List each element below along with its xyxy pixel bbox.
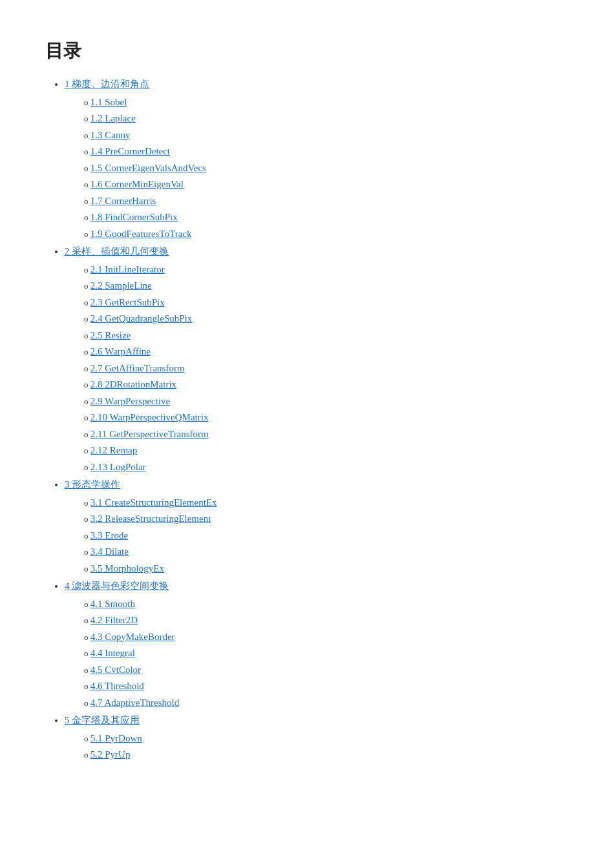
toc-item: 1.2 Laplace <box>84 110 569 127</box>
toc-section-link-sec5[interactable]: 5 金字塔及其应用 <box>65 715 140 725</box>
toc-section-sec2: 2 采样、插值和几何变换2.1 InitLineIterator2.2 Samp… <box>65 243 569 475</box>
toc-item-link[interactable]: 4.4 Integral <box>90 648 135 658</box>
toc-section-sec3: 3 形态学操作3.1 CreateStructuringElementEx3.2… <box>65 477 569 577</box>
toc-item: 3.4 Dilate <box>84 544 569 561</box>
toc-section-link-sec3[interactable]: 3 形态学操作 <box>65 479 120 490</box>
toc-item: 2.13 LogPolar <box>84 459 569 476</box>
toc-item: 2.8 2DRotationMatrix <box>84 377 569 393</box>
toc-item: 1.8 FindCornerSubPix <box>84 209 569 226</box>
toc-item-link[interactable]: 3.2 ReleaseStructuringElement <box>90 513 211 524</box>
toc-item: 4.6 Threshold <box>84 678 569 695</box>
toc-item-link[interactable]: 2.9 WarpPerspective <box>90 396 170 406</box>
toc-item-link[interactable]: 2.2 SampleLine <box>90 280 152 291</box>
toc-subsection-list-sec3: 3.1 CreateStructuringElementEx3.2 Releas… <box>65 495 569 577</box>
toc-item: 2.2 SampleLine <box>84 278 569 294</box>
toc-item-link[interactable]: 2.3 GetRectSubPix <box>90 297 165 307</box>
toc-item: 5.1 PyrDown <box>84 730 569 747</box>
toc-item: 1.5 CornerEigenValsAndVecs <box>84 160 569 177</box>
toc-item: 2.10 WarpPerspectiveQMatrix <box>84 409 569 426</box>
toc-item-link[interactable]: 3.4 Dilate <box>90 546 129 557</box>
toc-item-link[interactable]: 2.11 GetPerspectiveTransform <box>90 429 209 439</box>
toc-item-link[interactable]: 2.4 GetQuadrangleSubPix <box>90 313 192 324</box>
toc-section-sec5: 5 金字塔及其应用5.1 PyrDown5.2 PyrUp <box>65 712 569 763</box>
toc-item-link[interactable]: 2.1 InitLineIterator <box>90 264 165 274</box>
toc-item-link[interactable]: 2.12 Remap <box>90 445 138 455</box>
toc-item-link[interactable]: 2.13 LogPolar <box>90 462 146 472</box>
toc-item-link[interactable]: 1.7 CornerHarris <box>90 196 156 206</box>
toc-item: 2.3 GetRectSubPix <box>84 294 569 311</box>
toc-item: 2.4 GetQuadrangleSubPix <box>84 311 569 327</box>
toc-subsection-list-sec5: 5.1 PyrDown5.2 PyrUp <box>65 730 569 763</box>
toc-item: 4.5 CvtColor <box>84 662 569 679</box>
toc-section-link-sec4[interactable]: 4 滤波器与色彩空间变换 <box>65 581 169 591</box>
toc-item-link[interactable]: 4.5 CvtColor <box>90 665 141 675</box>
toc-item-link[interactable]: 5.2 PyrUp <box>90 749 131 760</box>
toc-section-sec4: 4 滤波器与色彩空间变换4.1 Smooth4.2 Filter2D4.3 Co… <box>65 578 569 711</box>
toc-item: 2.9 WarpPerspective <box>84 393 569 410</box>
toc-item-link[interactable]: 3.3 Erode <box>90 530 128 541</box>
toc-item-link[interactable]: 1.1 Sobel <box>90 97 127 107</box>
toc-item: 2.11 GetPerspectiveTransform <box>84 426 569 443</box>
toc-item-link[interactable]: 1.5 CornerEigenValsAndVecs <box>90 163 206 173</box>
toc-item: 2.6 WarpAffine <box>84 344 569 360</box>
toc-item-link[interactable]: 1.9 GoodFeaturesToTrack <box>90 229 192 239</box>
toc-item-link[interactable]: 1.6 CornerMinEigenVal <box>90 179 184 189</box>
toc-item: 4.2 Filter2D <box>84 612 569 629</box>
toc-subsection-list-sec2: 2.1 InitLineIterator2.2 SampleLine2.3 Ge… <box>65 262 569 476</box>
toc-item: 5.2 PyrUp <box>84 747 569 763</box>
toc-item-link[interactable]: 1.8 FindCornerSubPix <box>90 212 178 222</box>
toc-item: 4.7 AdaptiveThreshold <box>84 695 569 712</box>
toc-item: 1.9 GoodFeaturesToTrack <box>84 226 569 243</box>
toc-heading: 目录 <box>45 39 569 63</box>
toc-subsection-list-sec1: 1.1 Sobel1.2 Laplace1.3 Canny1.4 PreCorn… <box>65 94 569 243</box>
toc-item: 1.4 PreCornerDetect <box>84 143 569 160</box>
toc-item-link[interactable]: 3.5 MorphologyEx <box>90 563 164 574</box>
toc-item-link[interactable]: 2.7 GetAffineTransform <box>90 363 185 373</box>
toc-item: 3.1 CreateStructuringElementEx <box>84 495 569 512</box>
toc-item: 3.3 Erode <box>84 528 569 544</box>
toc-item: 3.5 MorphologyEx <box>84 561 569 577</box>
toc-item: 2.12 Remap <box>84 442 569 459</box>
toc-item-link[interactable]: 4.7 AdaptiveThreshold <box>90 698 179 708</box>
toc-item-link[interactable]: 2.5 Resize <box>90 330 131 340</box>
toc-section-link-sec1[interactable]: 1 梯度、边沿和角点 <box>65 79 149 89</box>
toc-list: 1 梯度、边沿和角点1.1 Sobel1.2 Laplace1.3 Canny1… <box>45 76 569 763</box>
toc-item-link[interactable]: 2.6 WarpAffine <box>90 346 151 356</box>
toc-item-link[interactable]: 1.4 PreCornerDetect <box>90 146 170 156</box>
toc-item: 2.5 Resize <box>84 327 569 344</box>
toc-section-link-sec2[interactable]: 2 采样、插值和几何变换 <box>65 246 169 256</box>
toc-item-link[interactable]: 4.2 Filter2D <box>90 615 138 625</box>
toc-item: 3.2 ReleaseStructuringElement <box>84 511 569 528</box>
toc-item-link[interactable]: 4.3 CopyMakeBorder <box>90 632 175 642</box>
toc-item: 1.6 CornerMinEigenVal <box>84 176 569 193</box>
toc-section-sec1: 1 梯度、边沿和角点1.1 Sobel1.2 Laplace1.3 Canny1… <box>65 76 569 242</box>
toc-item: 2.7 GetAffineTransform <box>84 360 569 377</box>
toc-item-link[interactable]: 1.3 Canny <box>90 130 131 140</box>
toc-item: 4.3 CopyMakeBorder <box>84 629 569 646</box>
toc-item-link[interactable]: 5.1 PyrDown <box>90 733 142 743</box>
toc-item: 4.4 Integral <box>84 645 569 662</box>
toc-subsection-list-sec4: 4.1 Smooth4.2 Filter2D4.3 CopyMakeBorder… <box>65 596 569 712</box>
toc-item: 1.3 Canny <box>84 127 569 144</box>
toc-item-link[interactable]: 1.2 Laplace <box>90 113 136 123</box>
toc-item-link[interactable]: 2.10 WarpPerspectiveQMatrix <box>90 412 209 422</box>
toc-item-link[interactable]: 4.1 Smooth <box>90 599 135 609</box>
toc-item: 1.7 CornerHarris <box>84 193 569 210</box>
toc-item: 1.1 Sobel <box>84 94 569 111</box>
toc-item: 4.1 Smooth <box>84 596 569 613</box>
toc-item-link[interactable]: 3.1 CreateStructuringElementEx <box>90 497 217 508</box>
toc-item-link[interactable]: 2.8 2DRotationMatrix <box>90 379 176 389</box>
toc-item-link[interactable]: 4.6 Threshold <box>90 681 144 691</box>
toc-item: 2.1 InitLineIterator <box>84 262 569 278</box>
